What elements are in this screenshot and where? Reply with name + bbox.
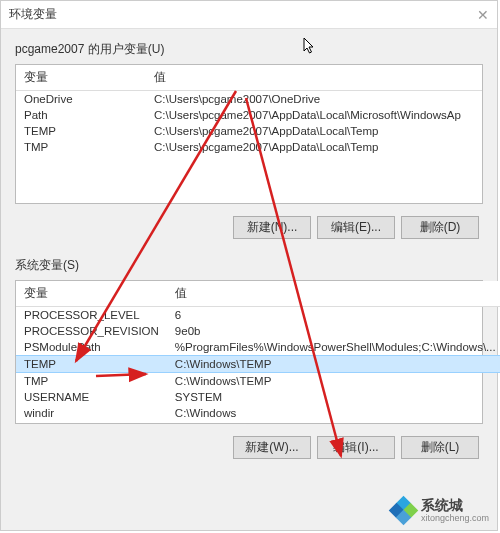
system-vars-panel: 变量 值 PROCESSOR_LEVEL6 PROCESSOR_REVISION… — [15, 280, 483, 424]
col-value[interactable]: 值 — [146, 65, 482, 91]
new-system-button[interactable]: 新建(W)... — [233, 436, 311, 459]
edit-user-button[interactable]: 编辑(E)... — [317, 216, 395, 239]
delete-user-button[interactable]: 删除(D) — [401, 216, 479, 239]
table-row[interactable]: PROCESSOR_LEVEL6 — [16, 307, 500, 324]
title-bar: 环境变量 ✕ — [1, 1, 497, 29]
table-row[interactable]: TEMPC:\Windows\TEMP — [16, 356, 500, 373]
table-row[interactable]: PathC:\Users\pcgame2007\AppData\Local\Mi… — [16, 107, 482, 123]
watermark-en: xitongcheng.com — [421, 514, 489, 524]
user-vars-panel: 变量 值 OneDriveC:\Users\pcgame2007\OneDriv… — [15, 64, 483, 204]
table-row[interactable]: OneDriveC:\Users\pcgame2007\OneDrive — [16, 91, 482, 108]
table-row[interactable]: TEMPC:\Users\pcgame2007\AppData\Local\Te… — [16, 123, 482, 139]
window-title: 环境变量 — [9, 6, 57, 23]
system-buttons: 新建(W)... 编辑(I)... 删除(L) — [15, 428, 483, 465]
table-row[interactable]: PROCESSOR_REVISION9e0b — [16, 323, 500, 339]
table-row[interactable]: windirC:\Windows — [16, 405, 500, 421]
edit-system-button[interactable]: 编辑(I)... — [317, 436, 395, 459]
user-buttons: 新建(N)... 编辑(E)... 删除(D) — [15, 208, 483, 245]
user-vars-label: pcgame2007 的用户变量(U) — [15, 41, 483, 58]
new-user-button[interactable]: 新建(N)... — [233, 216, 311, 239]
table-row[interactable]: TMPC:\Users\pcgame2007\AppData\Local\Tem… — [16, 139, 482, 155]
user-vars-table[interactable]: 变量 值 OneDriveC:\Users\pcgame2007\OneDriv… — [16, 65, 482, 155]
table-row[interactable]: PSModulePath%ProgramFiles%\WindowsPowerS… — [16, 339, 500, 356]
delete-system-button[interactable]: 删除(L) — [401, 436, 479, 459]
table-row[interactable]: USERNAMESYSTEM — [16, 389, 500, 405]
close-icon[interactable]: ✕ — [477, 7, 489, 23]
system-vars-table[interactable]: 变量 值 PROCESSOR_LEVEL6 PROCESSOR_REVISION… — [16, 281, 500, 421]
dialog-content: pcgame2007 的用户变量(U) 变量 值 OneDriveC:\User… — [1, 29, 497, 477]
watermark: 系统城 xitongcheng.com — [391, 498, 489, 524]
watermark-cn: 系统城 — [421, 498, 489, 513]
system-vars-label: 系统变量(S) — [15, 257, 483, 274]
col-name[interactable]: 变量 — [16, 281, 167, 307]
col-name[interactable]: 变量 — [16, 65, 146, 91]
env-vars-dialog: 环境变量 ✕ pcgame2007 的用户变量(U) 变量 值 OneDrive… — [0, 0, 498, 531]
col-value[interactable]: 值 — [167, 281, 500, 307]
watermark-logo-icon — [391, 498, 417, 524]
table-row[interactable]: TMPC:\Windows\TEMP — [16, 373, 500, 390]
